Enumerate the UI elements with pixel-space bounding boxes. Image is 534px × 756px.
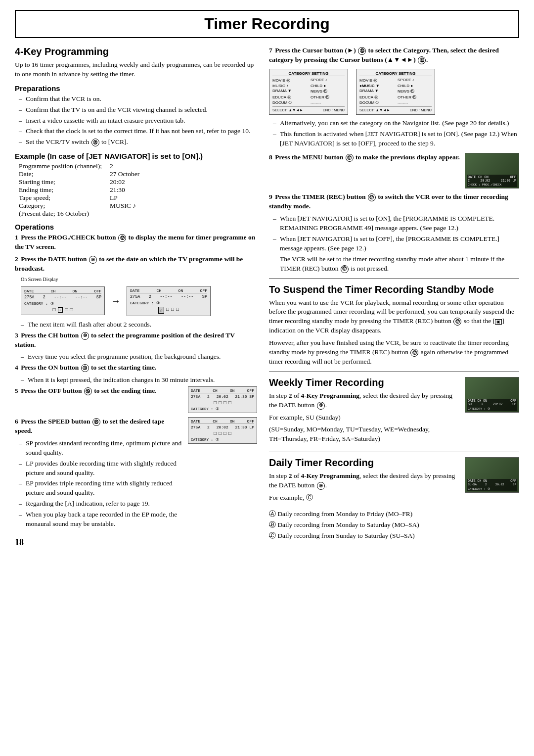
list-item: EP provides triple recording time with s…: [19, 479, 183, 498]
arrow-icon: →: [111, 295, 121, 307]
list-item: The VCR will be set to the timer recordi…: [273, 255, 519, 274]
daily-example: For example, Ⓒ: [269, 493, 460, 503]
list-item: This function is activated when [JET NAV…: [273, 130, 519, 148]
left-column: 4-Key Programming Up to 16 timer program…: [15, 46, 257, 548]
list-item: LP provides double recording time with s…: [19, 459, 183, 478]
suspend-title: To Suspend the Timer Recording Standby M…: [269, 284, 519, 295]
daily-items: Ⓐ Daily recording from Monday to Friday …: [269, 510, 519, 541]
weekly-days: (SU=Sunday, MO=Monday, TU=Tuesday, WE=We…: [269, 425, 460, 444]
list-item: Confirm that the TV is on and the VCR vi…: [19, 105, 257, 115]
list-item: The next item will flash after about 2 s…: [21, 320, 257, 330]
table-row: (Present date; 16 October): [19, 210, 139, 218]
step-8-screen: DATE CH ONOFF 220:0221:30 LP CHECK : PRO…: [465, 153, 519, 189]
list-item: Ⓐ Daily recording from Monday to Friday …: [269, 510, 519, 519]
list-item: Ⓒ Daily recording from Sunday to Saturda…: [269, 531, 519, 541]
suspend-para-2: However, after you have finished using t…: [269, 338, 519, 367]
key-programming-section: 4-Key Programming Up to 16 timer program…: [15, 46, 257, 530]
list-item: When it is kept pressed, the indication …: [21, 376, 257, 385]
list-item: Confirm that the VCR is on.: [19, 94, 257, 104]
suspend-para-1: When you want to use the VCR for playbac…: [269, 298, 519, 336]
key-programming-intro: Up to 16 timer programmes, including wee…: [15, 60, 257, 79]
step-3-notes: Every time you select the programme posi…: [21, 352, 257, 362]
step-5-screen: DATECHONOFF 275A220:0221:30 SP □□□□ CATE…: [188, 386, 257, 413]
list-item: Insert a video cassette with an intact e…: [19, 116, 257, 126]
table-row: Date;27 October: [19, 170, 139, 178]
daily-title: Daily Timer Recording: [269, 457, 460, 469]
screen-before: DATECHONOFF 275A2--:----:--SP CATEGORY :…: [21, 286, 105, 315]
weekly-screen: DATE CH ONOFF SU220:02SP CATEGORY : ③: [465, 377, 519, 413]
list-item: Every time you select the programme posi…: [21, 352, 257, 362]
page-number: 18: [15, 537, 257, 548]
step-7-text: 7 Press the Cursor button (►) ㉝ to selec…: [269, 46, 519, 65]
step-2-screens: DATECHONOFF 275A2--:----:--SP CATEGORY :…: [21, 286, 257, 316]
step-1: 1 Press the PROG./CHECK button ⑫ to disp…: [15, 233, 257, 252]
example-title: Example (In case of [JET NAVIGATOR] is s…: [15, 152, 257, 160]
list-item: Check that the clock is set to the corre…: [19, 127, 257, 136]
operations-title: Operations: [15, 223, 257, 231]
list-item: When you play back a tape recorded in th…: [19, 510, 183, 529]
preparations-title: Preparations: [15, 84, 257, 93]
step-8: 8 Press the MENU button ⑰ to make the pr…: [269, 153, 519, 189]
on-screen-label: On Screen Display: [21, 277, 257, 282]
category-screen-2: CATEGORY SETTING MOVIE ㊗ SPORT ♪ ●MUSIC …: [356, 69, 435, 115]
table-row: Programme position (channel);2: [19, 162, 139, 170]
list-item: When [JET NAVIGATOR] is set to [ON], the…: [273, 214, 519, 233]
right-column: 7 Press the Cursor button (►) ㉝ to selec…: [269, 46, 519, 548]
divider: [269, 279, 519, 279]
table-row: Category;MUSIC ♪: [19, 202, 139, 210]
list-item: Ⓑ Daily recording from Monday to Saturda…: [269, 520, 519, 530]
step-2-notes: The next item will flash after about 2 s…: [21, 320, 257, 330]
screen-after: DATECHONOFF 275A2--:----:--SP CATEGORY :…: [127, 286, 211, 316]
weekly-example: For example, SU (Sunday): [269, 413, 460, 423]
weekly-intro: In step 2 of 4-Key Programming, select t…: [269, 391, 460, 410]
list-item: Alternatively, you can set the category …: [273, 119, 519, 128]
example-table: Programme position (channel);2 Date;27 O…: [19, 162, 139, 218]
step-4-notes: When it is kept pressed, the indication …: [21, 376, 257, 385]
weekly-section: Weekly Timer Recording In step 2 of 4-Ke…: [269, 377, 519, 447]
list-item: Set the VCR/TV switch ⑳ to [VCR].: [19, 138, 257, 147]
page-title-box: Timer Recording: [15, 10, 519, 38]
table-row: Starting time;20:02: [19, 178, 139, 186]
divider-3: [269, 452, 519, 452]
key-programming-title: 4-Key Programming: [15, 46, 257, 57]
step-9-bullets: When [JET NAVIGATOR] is set to [ON], the…: [273, 214, 519, 273]
step-6-screen: DATECHONOFF 275A220:0221:30 LP □□□□ CATE…: [188, 417, 257, 444]
step-5: 5 Press the OFF button ⑲ to set the endi…: [15, 386, 257, 413]
daily-section: Daily Timer Recording In step 2 of 4-Key…: [269, 457, 519, 506]
step-4: 4 Press the ON button ⑳ to set the start…: [15, 363, 257, 373]
list-item: Regarding the [A] indication, refer to p…: [19, 499, 183, 509]
step-7-bullets: Alternatively, you can set the category …: [273, 119, 519, 148]
step-2-text: 2 Press the DATE button ⑨ to set the dat…: [15, 255, 257, 274]
step-6-notes: SP provides standard recording time, opt…: [19, 439, 183, 529]
step-6: 6 Press the SPEED button ⑱ to set the de…: [15, 417, 257, 530]
weekly-title: Weekly Timer Recording: [269, 377, 460, 388]
list-item: SP provides standard recording time, opt…: [19, 439, 183, 458]
table-row: Ending time;21:30: [19, 186, 139, 194]
step-3: 3 Press the CH button ⑩ to select the pr…: [15, 331, 257, 350]
table-row: Tape speed;LP: [19, 194, 139, 202]
page-title: Timer Recording: [16, 15, 518, 33]
page-wrapper: Timer Recording 4-Key Programming Up to …: [15, 10, 519, 548]
list-item: When [JET NAVIGATOR] is set to [OFF], th…: [273, 235, 519, 253]
step-9-text: 9 Press the TIMER (REC) button ⑰ to swit…: [269, 192, 519, 211]
preparations-list: Confirm that the VCR is on. Confirm that…: [19, 94, 257, 147]
category-screen-1: CATEGORY SETTING MOVIE ㊗ SPORT ♪ MUSIC ♪…: [269, 69, 348, 115]
daily-intro: In step 2 of 4-Key Programming, select t…: [269, 472, 460, 490]
daily-screen: DATE CH ONOFF SU-SA220:02SP CATEGORY : ③: [465, 457, 519, 493]
divider-2: [269, 372, 519, 372]
category-screens: CATEGORY SETTING MOVIE ㊗ SPORT ♪ MUSIC ♪…: [269, 69, 519, 115]
